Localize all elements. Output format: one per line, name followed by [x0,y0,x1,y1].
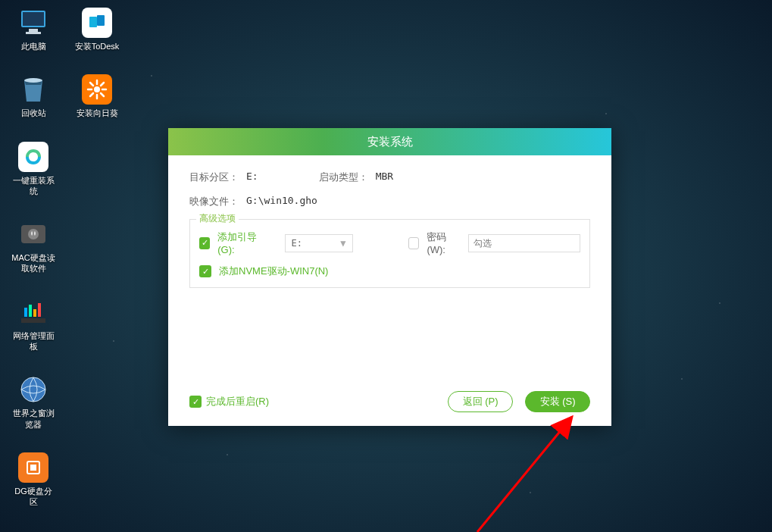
svg-rect-3 [26,32,41,34]
desktop-icon-sunflower[interactable]: 安装向日葵 [74,74,120,118]
boot-type-value: MBR [376,171,393,184]
mac-disk-icon [18,219,48,249]
svg-rect-5 [97,15,105,26]
recycle-bin-icon [18,74,48,105]
add-boot-dropdown-value: E: [292,238,302,249]
monitor-icon [18,8,48,38]
svg-point-6 [24,78,42,83]
nvme-checkbox[interactable]: ✓ [199,265,211,277]
install-button[interactable]: 安装 (S) [525,391,590,412]
desktop-icon-network-panel[interactable]: 网络管理面板 [11,297,56,352]
add-boot-dropdown[interactable]: E: ▼ [285,234,353,252]
add-boot-label[interactable]: 添加引导(G): [217,230,267,255]
image-file-label: 映像文件： [189,195,239,208]
password-input[interactable] [468,234,580,252]
svg-rect-19 [29,305,32,317]
add-boot-checkbox[interactable]: ✓ [199,237,210,249]
svg-line-12 [90,83,93,86]
svg-rect-18 [24,308,27,317]
nvme-label[interactable]: 添加NVME驱动-WIN7(N) [219,264,328,278]
svg-line-14 [101,83,104,86]
todesk-icon [82,8,112,38]
svg-rect-1 [23,12,44,26]
svg-line-27 [477,417,572,532]
password-checkbox[interactable]: ✓ [408,237,419,249]
desktop-icon-mac-disk[interactable]: MAC硬盘读取软件 [11,219,56,274]
svg-point-17 [28,229,39,239]
svg-point-7 [94,86,100,92]
desktop-icon-reinstall[interactable]: 一键重装系统 [11,142,56,197]
svg-line-13 [101,93,104,96]
sunflower-icon [82,74,112,105]
target-partition-value: E: [246,171,258,184]
svg-rect-4 [89,17,97,27]
reinstall-icon [18,142,48,172]
desktop-icon-recycle-bin[interactable]: 回收站 [11,74,56,118]
chevron-down-icon: ▼ [340,238,345,249]
svg-line-15 [90,93,93,96]
boot-type-label: 启动类型： [319,171,368,184]
restart-after-checkbox[interactable]: ✓ [189,396,202,408]
advanced-options-legend: 高级选项 [196,212,239,225]
svg-rect-26 [30,465,36,471]
globe-icon [18,374,48,405]
svg-rect-22 [21,318,45,323]
advanced-options-fieldset: 高级选项 ✓ 添加引导(G): E: ▼ ✓ 密码(W): ✓ 添加NVME驱动… [189,219,590,288]
password-label: 密码(W): [427,230,461,255]
desktop-icon-this-pc[interactable]: 此电脑 [11,8,56,52]
back-button[interactable]: 返回 (P) [448,391,513,412]
network-panel-icon [18,297,48,327]
desktop-icon-grid: 此电脑 安装ToDesk 回收站 [11,8,120,508]
install-system-dialog: 安装系统 目标分区： E: 启动类型： MBR 映像文件： G:\win10.g… [168,128,611,426]
svg-rect-2 [29,29,38,32]
desktop-icon-theworld-browser[interactable]: 世界之窗浏览器 [11,374,56,430]
dialog-title: 安装系统 [168,128,611,155]
svg-rect-20 [33,309,36,317]
diskgenius-icon [18,452,48,483]
annotation-arrow-icon [470,411,606,532]
target-partition-label: 目标分区： [189,171,239,184]
restart-after-label[interactable]: 完成后重启(R) [206,395,269,408]
desktop-icon-todesk[interactable]: 安装ToDesk [74,8,120,52]
desktop-icon-diskgenius[interactable]: DG硬盘分区 [11,452,56,508]
image-file-value: G:\win10.gho [246,195,317,208]
svg-rect-21 [38,303,41,317]
